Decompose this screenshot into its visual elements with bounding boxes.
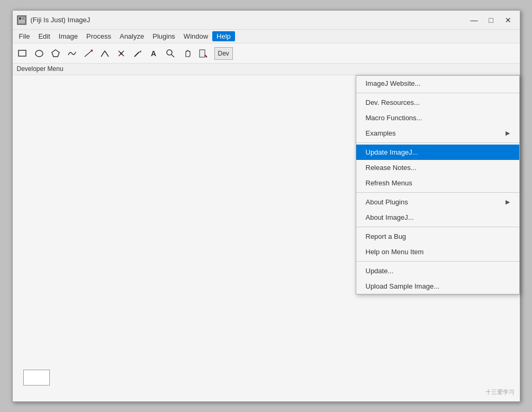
help-menu-item-imagej-website-[interactable]: ImageJ Website... — [356, 76, 519, 91]
angle-tool[interactable] — [97, 46, 113, 61]
svg-point-4 — [35, 50, 43, 57]
svg-line-13 — [134, 52, 139, 57]
dev-menu-button[interactable]: Dev — [214, 47, 233, 60]
svg-rect-2 — [22, 17, 24, 20]
menu-item-edit[interactable]: Edit — [34, 31, 54, 41]
svg-rect-18 — [200, 50, 205, 57]
menu-item-file[interactable]: File — [15, 31, 34, 41]
menu-item-process[interactable]: Process — [82, 31, 115, 41]
hand-tool[interactable] — [179, 46, 195, 61]
help-menu-item-release-notes-[interactable]: Release Notes... — [356, 160, 519, 175]
status-text: Developer Menu — [17, 65, 64, 73]
dropdown-separator-7 — [356, 192, 519, 193]
toolbar: A Dev — [13, 43, 520, 64]
menu-item-plugins[interactable]: Plugins — [148, 31, 179, 41]
help-menu-item-refresh-menus[interactable]: Refresh Menus — [356, 175, 519, 191]
svg-point-12 — [120, 52, 122, 55]
title-bar: (Fiji Is Just) ImageJ — □ ✕ — [13, 11, 520, 30]
zoom-tool[interactable] — [163, 46, 178, 61]
line-tool[interactable] — [80, 46, 96, 61]
minimize-button[interactable]: — — [467, 14, 482, 26]
canvas-preview — [23, 370, 50, 386]
help-menu-item-report-a-bug[interactable]: Report a Bug — [356, 229, 519, 244]
point-tool[interactable] — [113, 46, 129, 61]
help-dropdown-menu: ImageJ Website...Dev. Resources...Macro … — [356, 75, 520, 294]
dropdown-separator-4 — [356, 142, 519, 143]
help-menu-item-update-[interactable]: Update... — [356, 263, 519, 279]
svg-marker-5 — [52, 50, 59, 57]
window-controls: — □ ✕ — [467, 14, 516, 26]
svg-line-9 — [105, 51, 109, 57]
title-bar-left: (Fiji Is Just) ImageJ — [17, 15, 91, 25]
maximize-button[interactable]: □ — [484, 14, 499, 26]
oval-tool[interactable] — [31, 46, 47, 61]
help-menu-item-macro-functions-[interactable]: Macro Functions... — [356, 110, 519, 126]
close-button[interactable]: ✕ — [501, 14, 516, 26]
wand-tool[interactable] — [130, 46, 146, 61]
polygon-tool[interactable] — [48, 46, 64, 61]
window-title: (Fiji Is Just) ImageJ — [31, 16, 91, 24]
submenu-arrow-icon: ▶ — [506, 199, 510, 205]
help-menu-item-about-plugins[interactable]: About Plugins▶ — [356, 194, 519, 210]
freehand-tool[interactable] — [64, 46, 80, 61]
menu-item-image[interactable]: Image — [55, 31, 82, 41]
menu-item-window[interactable]: Window — [179, 31, 212, 41]
svg-point-16 — [167, 50, 172, 55]
help-menu-item-about-imagej-[interactable]: About ImageJ... — [356, 210, 519, 225]
watermark: 十三爱学习 — [485, 388, 515, 396]
svg-line-17 — [172, 55, 174, 57]
menu-item-help[interactable]: Help — [212, 31, 235, 41]
svg-rect-3 — [19, 50, 26, 56]
color-picker-tool[interactable] — [195, 46, 211, 61]
help-menu-item-upload-sample-image-[interactable]: Upload Sample Image... — [356, 279, 519, 294]
content-area: ImageJ Website...Dev. Resources...Macro … — [13, 75, 520, 401]
dropdown-separator-9 — [356, 227, 519, 227]
help-menu-item-help-on-menu-item[interactable]: Help on Menu Item — [356, 244, 519, 259]
main-window: (Fiji Is Just) ImageJ — □ ✕ FileEditImag… — [12, 10, 520, 402]
submenu-arrow-icon: ▶ — [506, 130, 510, 137]
dropdown-separator-1 — [356, 93, 519, 93]
status-bar: Developer Menu — [13, 64, 520, 75]
text-tool[interactable]: A — [146, 46, 162, 61]
svg-line-8 — [101, 51, 105, 57]
svg-text:A: A — [151, 49, 156, 58]
help-menu-item-dev-resources-[interactable]: Dev. Resources... — [356, 95, 519, 110]
menu-item-analyze[interactable]: Analyze — [115, 31, 148, 41]
rectangle-tool[interactable] — [15, 46, 31, 61]
help-menu-item-examples[interactable]: Examples▶ — [356, 126, 519, 141]
app-icon — [17, 15, 26, 25]
help-menu-item-update-imagej-[interactable]: Update ImageJ... — [356, 145, 519, 160]
menu-bar: FileEditImageProcessAnalyzePluginsWindow… — [13, 30, 520, 43]
svg-marker-14 — [139, 50, 141, 52]
svg-line-19 — [205, 55, 207, 57]
dropdown-separator-11 — [356, 261, 519, 262]
svg-line-6 — [85, 50, 92, 57]
svg-rect-1 — [19, 17, 21, 20]
